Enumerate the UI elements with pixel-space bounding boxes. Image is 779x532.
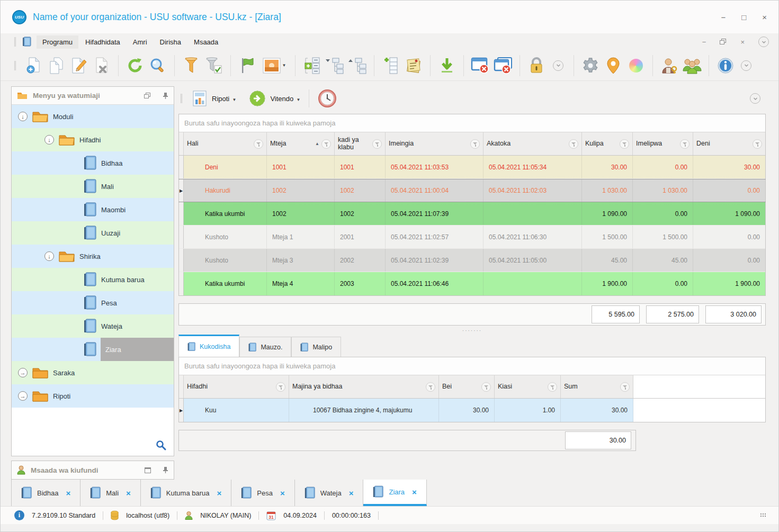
clock-icon[interactable] xyxy=(318,89,337,108)
tree-item-uuzaji[interactable]: Uuzaji xyxy=(12,221,174,245)
column-header-akatoka[interactable]: Akatoka xyxy=(483,132,582,155)
window-tab-wateja[interactable]: Wateja× xyxy=(295,480,364,506)
mdi-minimize-button[interactable]: − xyxy=(702,38,706,46)
window-tab-kutuma-barua[interactable]: Kutuma barua× xyxy=(141,480,231,506)
location-button[interactable] xyxy=(603,55,624,77)
tree-item-maombi[interactable]: Maombi xyxy=(12,198,174,221)
edit-record-button[interactable] xyxy=(68,55,89,77)
close-tab-icon[interactable]: × xyxy=(217,489,222,498)
tree-item-pesa[interactable]: Pesa xyxy=(12,291,174,314)
add-row-button[interactable] xyxy=(380,55,401,77)
notes-button[interactable] xyxy=(403,55,424,77)
tree-item-ripoti[interactable]: → Ripoti xyxy=(12,384,174,408)
filter-icon[interactable] xyxy=(548,382,557,392)
column-header-kulipa[interactable]: Kulipa xyxy=(582,132,633,155)
grid-row-kushoto-2[interactable]: Kushoto Mteja 3 2002 05.04.2021 11:02:39… xyxy=(179,249,765,272)
actionbar-overflow-chevron-icon[interactable] xyxy=(750,93,760,104)
filter-icon[interactable] xyxy=(481,382,491,392)
column-header-deni[interactable]: Deni xyxy=(693,132,765,155)
close-tab-icon[interactable]: × xyxy=(412,488,417,497)
new-record-button[interactable] xyxy=(23,55,44,77)
window-maximize-button[interactable]: □ xyxy=(741,13,746,22)
panel-float-icon[interactable] xyxy=(144,93,151,99)
window-tab-ziara-active[interactable]: Ziara× xyxy=(363,480,426,506)
tree-item-mali[interactable]: Mali xyxy=(12,175,174,198)
filter-icon[interactable] xyxy=(254,139,263,149)
filter-icon[interactable] xyxy=(569,139,578,149)
grid-row-katika-ukumbi-2[interactable]: Katika ukumbi Mteja 4 2003 05.04.2021 11… xyxy=(179,272,765,295)
window-tab-pesa[interactable]: Pesa× xyxy=(231,480,294,506)
close-all-windows-button[interactable] xyxy=(493,55,514,77)
mdi-close-button[interactable]: × xyxy=(740,38,745,46)
toolbar-overflow-chevron-icon-2[interactable] xyxy=(741,60,751,71)
tree-item-bidhaa[interactable]: Bidhaa xyxy=(12,151,174,175)
tree-collapse-button[interactable] xyxy=(347,55,368,77)
window-tab-bidhaa[interactable]: Bidhaa× xyxy=(11,480,80,506)
column-header-kiasi[interactable]: Kiasi xyxy=(495,375,561,398)
filter-icon[interactable] xyxy=(620,139,629,149)
expand-node-icon[interactable]: → xyxy=(18,391,28,401)
grid-row-kushoto-1[interactable]: Kushoto Mteja 1 2001 05.04.2021 11:02:57… xyxy=(179,226,765,249)
column-header-imeingia[interactable]: Imeingia xyxy=(386,132,483,155)
close-tab-icon[interactable]: × xyxy=(126,489,131,498)
grid-row-katika-ukumbi-1[interactable]: Katika ukumbi 1002 1002 05.04.2021 11:07… xyxy=(179,202,765,226)
column-header-majina[interactable]: Majina ya bidhaa xyxy=(289,375,439,398)
panel-maximize-icon[interactable] xyxy=(145,467,151,473)
close-tab-icon[interactable]: × xyxy=(66,489,70,498)
toolbar-overflow-chevron-icon[interactable] xyxy=(553,60,563,71)
column-header-mteja[interactable]: Mteja▲ xyxy=(267,132,335,155)
tree-item-wateja[interactable]: Wateja xyxy=(12,314,174,338)
info-button[interactable] xyxy=(715,55,736,77)
filter-icon[interactable] xyxy=(470,139,480,149)
tree-item-ziara-selected[interactable]: Ziara xyxy=(12,338,174,361)
column-header-hifadhi[interactable]: Hifadhi xyxy=(184,375,289,398)
column-header-sum[interactable]: Sum xyxy=(561,375,633,398)
tab-kukodisha[interactable]: Kukodisha xyxy=(178,335,239,357)
collapse-node-icon[interactable]: ↓ xyxy=(44,251,54,261)
filter-icon[interactable] xyxy=(372,139,382,149)
filter-icon[interactable] xyxy=(680,139,690,149)
flag-button[interactable] xyxy=(237,55,258,77)
settings-button[interactable] xyxy=(580,55,601,77)
grid-row-deni[interactable]: Deni 1001 1001 05.04.2021 11:03:53 05.04… xyxy=(179,156,765,179)
filter-button[interactable] xyxy=(181,55,202,77)
search-button[interactable] xyxy=(147,55,168,77)
filter-check-button[interactable] xyxy=(203,55,225,77)
filter-icon[interactable] xyxy=(321,139,331,149)
image-button[interactable]: ▼ xyxy=(259,55,289,77)
groupby-dropzone[interactable]: Buruta safu inayoongoza hapa ili kuiweka… xyxy=(179,114,765,132)
action-toolbar-grip[interactable] xyxy=(181,94,182,103)
menu-hifadhidata[interactable]: Hifadhidata xyxy=(79,35,126,49)
mdi-restore-button[interactable] xyxy=(720,39,727,45)
toolbar-grip[interactable] xyxy=(14,61,16,70)
close-tab-icon[interactable]: × xyxy=(280,489,285,498)
tree-item-kutuma-barua[interactable]: Kutuma barua xyxy=(12,268,174,291)
tree-item-moduli[interactable]: ↓ Moduli xyxy=(12,105,174,128)
menubar-overflow-chevron-icon[interactable] xyxy=(758,37,769,47)
tree-item-hifadhi[interactable]: ↓ Hifadhi xyxy=(12,128,174,151)
panel-pin-icon[interactable] xyxy=(163,92,168,100)
resize-grip[interactable] xyxy=(760,513,767,518)
tree-expand-button[interactable] xyxy=(324,55,345,77)
filter-icon[interactable] xyxy=(426,382,435,392)
menu-amri[interactable]: Amri xyxy=(127,35,153,49)
menu-dirisha[interactable]: Dirisha xyxy=(154,35,187,49)
window-minimize-button[interactable]: − xyxy=(721,13,726,22)
window-tab-mali[interactable]: Mali× xyxy=(80,480,141,506)
export-down-button[interactable] xyxy=(436,55,458,77)
column-header-imelipwa[interactable]: Imelipwa xyxy=(633,132,693,155)
menubar-grip[interactable] xyxy=(14,37,16,47)
column-header-hali[interactable]: Hali xyxy=(184,132,267,155)
copy-record-button[interactable] xyxy=(46,55,67,77)
tab-mauzo[interactable]: Mauzo. xyxy=(239,337,291,357)
close-tab-icon[interactable]: × xyxy=(349,489,354,498)
filter-icon[interactable] xyxy=(276,382,285,392)
window-close-button[interactable]: × xyxy=(762,13,767,22)
refresh-button[interactable] xyxy=(124,55,146,77)
column-header-bei[interactable]: Bei xyxy=(439,375,495,398)
collapse-node-icon[interactable]: ↓ xyxy=(18,112,28,121)
horizontal-splitter[interactable]: ······· xyxy=(178,326,766,335)
filter-icon[interactable] xyxy=(620,382,630,392)
detail-row-kuu[interactable]: ▶ Kuu 10067 Bidhaa zingine 4, majukumu 3… xyxy=(179,399,765,422)
grid-row-hakurudi-selected[interactable]: ▶ Hakurudi 1002 1002 05.04.2021 11:00:04… xyxy=(179,179,765,202)
